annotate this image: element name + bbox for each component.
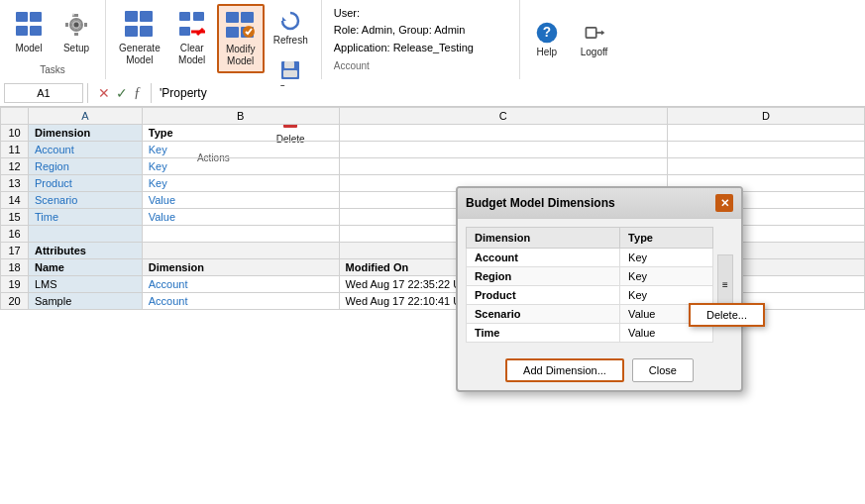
- actions-group: Generate Model Clear Model: [106, 0, 322, 79]
- svg-rect-28: [226, 27, 239, 38]
- cell-a18[interactable]: Name: [29, 259, 143, 276]
- dim-row-region[interactable]: Region Key: [467, 267, 713, 286]
- clear-model-button[interactable]: Clear Model: [169, 4, 215, 71]
- context-menu: Delete...: [689, 303, 765, 327]
- cancel-formula-icon[interactable]: ✕: [98, 85, 110, 101]
- dialog-close-button[interactable]: ✕: [715, 194, 733, 212]
- confirm-formula-icon[interactable]: ✓: [116, 85, 128, 101]
- dim-cell-time: Time: [467, 324, 620, 343]
- dim-col-header: Dimension: [467, 228, 620, 249]
- svg-text:?: ?: [543, 25, 551, 40]
- generate-model-button[interactable]: Generate Model: [112, 4, 167, 71]
- row-num-15: 15: [1, 209, 29, 226]
- cell-d10[interactable]: [668, 125, 865, 142]
- modify-model-button[interactable]: Modify Model: [217, 4, 265, 73]
- row-num-12: 12: [1, 158, 29, 175]
- cell-a12[interactable]: Region: [29, 158, 143, 175]
- logoff-label: Logoff: [581, 47, 608, 58]
- type-cell-product: Key: [620, 286, 713, 305]
- tasks-group-label: Tasks: [6, 64, 99, 75]
- refresh-button[interactable]: Refresh: [267, 4, 315, 51]
- cell-a16[interactable]: [29, 226, 143, 243]
- setup-icon: [60, 9, 92, 41]
- cell-d12[interactable]: [668, 158, 865, 175]
- cell-a14[interactable]: Scenario: [29, 192, 143, 209]
- dimensions-table: Dimension Type Account Key Region Key: [466, 227, 713, 343]
- model-button[interactable]: Model: [6, 4, 52, 62]
- help-button[interactable]: ? Help: [528, 16, 566, 63]
- close-dialog-button[interactable]: Close: [632, 358, 694, 382]
- svg-point-12: [74, 23, 79, 28]
- svg-rect-3: [30, 26, 42, 36]
- row-num-20: 20: [1, 293, 29, 310]
- type-cell-account: Key: [620, 249, 713, 267]
- cell-b14[interactable]: Value: [142, 192, 339, 209]
- cell-c10[interactable]: [339, 125, 667, 142]
- row-num-18: 18: [1, 259, 29, 276]
- cell-c12[interactable]: [339, 158, 667, 175]
- row-num-19: 19: [1, 276, 29, 293]
- cell-a11[interactable]: Account: [29, 142, 143, 158]
- cell-b10[interactable]: Type: [142, 125, 339, 142]
- cell-a10[interactable]: Dimension: [29, 125, 143, 142]
- row-num-17: 17: [1, 243, 29, 259]
- col-header-a[interactable]: A: [29, 108, 143, 125]
- cell-a17[interactable]: Attributes: [29, 243, 143, 259]
- dim-cell-scenario: Scenario: [467, 305, 620, 324]
- svg-rect-43: [586, 28, 595, 38]
- cell-b12[interactable]: Key: [142, 158, 339, 175]
- cell-b20[interactable]: Account: [142, 293, 339, 310]
- formula-divider: [87, 83, 88, 103]
- row-num-14: 14: [1, 192, 29, 209]
- cell-reference-input[interactable]: [4, 83, 83, 103]
- table-row: 12 Region Key: [1, 158, 865, 175]
- cell-c11[interactable]: [339, 142, 667, 158]
- cell-a19[interactable]: LMS: [29, 276, 143, 293]
- cell-b11[interactable]: Key: [142, 142, 339, 158]
- dialog-body: Dimension Type Account Key Region Key: [458, 219, 741, 351]
- model-icon: [13, 9, 45, 41]
- modify-label: Modify Model: [226, 44, 255, 67]
- account-section: User: Role: Admin, Group: Admin Applicat…: [322, 0, 520, 79]
- context-menu-delete[interactable]: Delete...: [691, 305, 763, 325]
- refresh-icon: [278, 9, 302, 33]
- cell-b16[interactable]: [142, 226, 339, 243]
- account-label: Account: [334, 58, 507, 74]
- save-icon: [278, 58, 302, 82]
- logoff-button[interactable]: Logoff: [574, 16, 615, 63]
- dim-cell-product: Product: [467, 286, 620, 305]
- help-label: Help: [536, 47, 557, 58]
- cell-b17[interactable]: [142, 243, 339, 259]
- col-header-d[interactable]: D: [668, 108, 865, 125]
- main-area: A B C D 10 Dimension Type 11 Account K: [0, 107, 865, 503]
- dialog-title-text: Budget Model Dimensions: [466, 196, 615, 210]
- cell-b13[interactable]: Key: [142, 175, 339, 192]
- dim-row-scenario[interactable]: Scenario Value: [467, 305, 713, 324]
- add-dimension-button[interactable]: Add Dimension...: [505, 358, 624, 382]
- cell-b18[interactable]: Dimension: [142, 259, 339, 276]
- svg-rect-26: [226, 12, 239, 23]
- function-icon[interactable]: ƒ: [134, 85, 141, 101]
- refresh-label: Refresh: [273, 35, 308, 47]
- cell-a13[interactable]: Product: [29, 175, 143, 192]
- cell-b19[interactable]: Account: [142, 276, 339, 293]
- cell-d11[interactable]: [668, 142, 865, 158]
- dim-row-time[interactable]: Time Value: [467, 324, 713, 343]
- generate-label: Generate Model: [119, 43, 161, 66]
- svg-marker-45: [600, 30, 603, 35]
- cell-a20[interactable]: Sample: [29, 293, 143, 310]
- setup-button[interactable]: Setup: [54, 4, 99, 62]
- col-header-c[interactable]: C: [339, 108, 667, 125]
- svg-rect-22: [193, 12, 204, 21]
- col-header-b[interactable]: B: [142, 108, 339, 125]
- formula-input[interactable]: [156, 86, 861, 100]
- help-icon: ?: [535, 21, 559, 45]
- formula-icons: ✕ ✓ ƒ: [92, 85, 147, 101]
- cell-a15[interactable]: Time: [29, 209, 143, 226]
- dim-row-product[interactable]: Product Key: [467, 286, 713, 305]
- cell-b15[interactable]: Value: [142, 209, 339, 226]
- account-application: Application: Release_Testing: [334, 40, 507, 57]
- setup-label: Setup: [63, 43, 89, 54]
- svg-rect-15: [125, 26, 138, 37]
- dim-row-account[interactable]: Account Key: [467, 249, 713, 267]
